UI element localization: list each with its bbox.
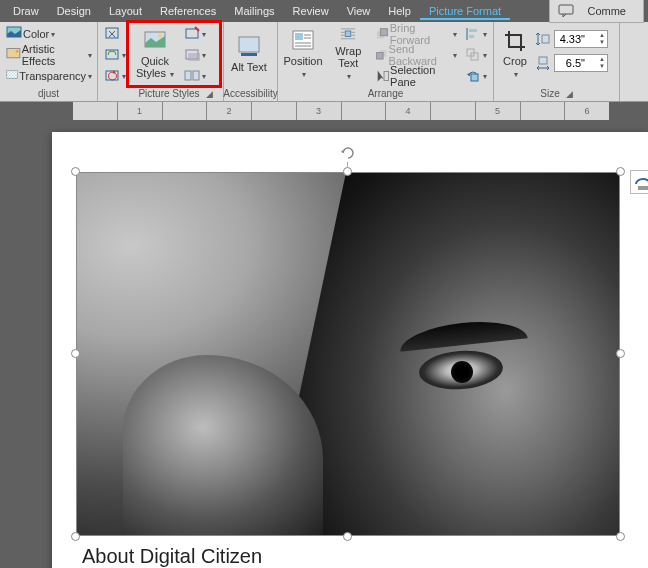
caption-text[interactable]: About Digital Citizen <box>82 545 262 568</box>
ruler-scale: 1 2 3 4 5 6 <box>73 102 609 120</box>
menu-mailings[interactable]: Mailings <box>225 2 283 20</box>
comments-button[interactable]: Comme <box>549 0 644 23</box>
resize-handle-tm[interactable] <box>343 167 352 176</box>
svg-rect-15 <box>188 53 200 61</box>
picture-effects-button[interactable]: ▾ <box>181 45 209 65</box>
wrap-text-button[interactable]: Wrap Text▾ <box>327 24 370 84</box>
svg-rect-8 <box>106 28 118 38</box>
menu-bar: Draw Design Layout References Mailings R… <box>0 0 648 22</box>
dialog-launcher[interactable]: ◢ <box>206 89 213 99</box>
chevron-down-icon: ▾ <box>202 72 206 81</box>
group-accessibility: Alt Text Accessibility <box>224 22 278 101</box>
svg-rect-43 <box>471 74 478 81</box>
reset-icon <box>104 68 120 84</box>
menu-layout[interactable]: Layout <box>100 2 151 20</box>
resize-handle-bl[interactable] <box>71 532 80 541</box>
quick-styles-button[interactable]: Quick Styles ▾ <box>131 24 179 84</box>
position-icon <box>291 29 315 53</box>
group-picture-styles: Quick Styles ▾ ▾ ▾ ▾ Picture Styles◢ <box>128 22 224 101</box>
chevron-down-icon: ▾ <box>514 70 518 79</box>
picture-border-button[interactable]: ▾ <box>181 24 209 44</box>
rotate-handle[interactable] <box>339 144 357 162</box>
change-picture-button[interactable]: ▾ <box>101 45 129 65</box>
svg-rect-39 <box>469 29 477 32</box>
chevron-down-icon: ▾ <box>170 70 174 79</box>
chevron-down-icon: ▾ <box>347 72 351 81</box>
resize-handle-bm[interactable] <box>343 532 352 541</box>
svg-rect-40 <box>469 35 474 38</box>
resize-handle-mr[interactable] <box>616 349 625 358</box>
group-icon <box>465 47 481 63</box>
reset-picture-button[interactable]: ▾ <box>101 66 129 86</box>
menu-references[interactable]: References <box>151 2 225 20</box>
height-icon <box>535 31 551 47</box>
selection-pane-button[interactable]: Selection Pane <box>372 66 460 86</box>
alt-text-icon <box>237 35 261 59</box>
svg-rect-34 <box>380 29 387 36</box>
height-input[interactable]: ▲▼ <box>554 30 608 48</box>
resize-handle-tr[interactable] <box>616 167 625 176</box>
svg-point-3 <box>16 50 19 53</box>
transparency-button[interactable]: Transparency▾ <box>3 66 95 86</box>
send-backward-icon <box>375 47 388 63</box>
resize-handle-br[interactable] <box>616 532 625 541</box>
artistic-effects-button[interactable]: Artistic Effects▾ <box>3 45 95 65</box>
position-button[interactable]: Position▾ <box>281 24 325 84</box>
group-button[interactable]: ▾ <box>462 45 490 65</box>
align-icon <box>465 26 481 42</box>
chevron-down-icon: ▾ <box>122 72 126 81</box>
svg-rect-13 <box>186 29 198 38</box>
menu-picture-format[interactable]: Picture Format <box>420 2 510 20</box>
svg-point-12 <box>158 34 162 38</box>
quick-styles-icon <box>143 29 167 53</box>
chevron-down-icon: ▾ <box>302 70 306 79</box>
crop-icon <box>503 29 527 53</box>
svg-rect-18 <box>239 37 259 52</box>
menu-help[interactable]: Help <box>379 2 420 20</box>
color-button[interactable]: Color▾ <box>3 24 95 44</box>
svg-rect-16 <box>185 71 191 80</box>
width-icon <box>535 55 551 71</box>
chevron-down-icon: ▾ <box>483 72 487 81</box>
menu-review[interactable]: Review <box>284 2 338 20</box>
chevron-down-icon: ▾ <box>202 30 206 39</box>
svg-rect-36 <box>376 53 382 59</box>
align-button[interactable]: ▾ <box>462 24 490 44</box>
document-area[interactable]: About Digital Citizen <box>0 120 648 568</box>
layout-options-icon <box>634 174 648 190</box>
svg-rect-5 <box>7 71 18 79</box>
ruler[interactable]: 1 2 3 4 5 6 <box>0 102 648 120</box>
resize-handle-ml[interactable] <box>71 349 80 358</box>
svg-rect-17 <box>193 71 199 80</box>
group-size: Crop▾ ▲▼ ▲▼ Size◢ <box>494 22 620 101</box>
group-label-adjust: djust <box>3 87 94 101</box>
menu-draw[interactable]: Draw <box>4 2 48 20</box>
rotate-button[interactable]: ▾ <box>462 66 490 86</box>
send-backward-button[interactable]: Send Backward▾ <box>372 45 460 65</box>
color-icon <box>6 26 22 42</box>
alt-text-button[interactable]: Alt Text <box>227 24 271 84</box>
resize-handle-tl[interactable] <box>71 167 80 176</box>
chevron-down-icon: ▾ <box>51 30 55 39</box>
width-input[interactable]: ▲▼ <box>554 54 608 72</box>
svg-rect-44 <box>542 35 549 43</box>
page[interactable]: About Digital Citizen <box>52 132 648 568</box>
picture-layout-button[interactable]: ▾ <box>181 66 209 86</box>
chevron-down-icon: ▾ <box>88 72 92 81</box>
group-adjust-extra: ▾ ▾ <box>98 22 128 101</box>
svg-rect-45 <box>539 57 547 64</box>
selection-pane-icon <box>375 68 389 84</box>
comment-icon <box>558 3 574 19</box>
crop-button[interactable]: Crop▾ <box>497 24 533 84</box>
svg-rect-19 <box>241 53 257 56</box>
svg-rect-21 <box>295 33 303 40</box>
bring-forward-button[interactable]: Bring Forward▾ <box>372 24 460 44</box>
effects-icon <box>184 47 200 63</box>
menu-design[interactable]: Design <box>48 2 100 20</box>
dialog-launcher[interactable]: ◢ <box>566 89 573 99</box>
selected-image[interactable] <box>76 172 620 536</box>
svg-rect-37 <box>384 71 389 80</box>
compress-pictures-button[interactable] <box>101 24 129 44</box>
menu-view[interactable]: View <box>338 2 380 20</box>
layout-options-button[interactable] <box>630 170 648 194</box>
